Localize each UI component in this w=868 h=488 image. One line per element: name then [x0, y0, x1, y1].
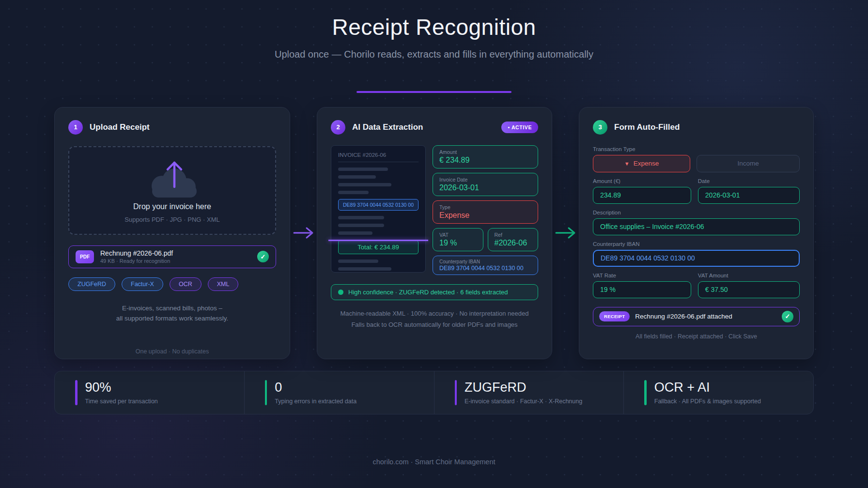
date-input[interactable]: 2026-03-01	[698, 187, 800, 204]
vat-amount-input[interactable]: € 37.50	[698, 281, 800, 298]
stat-caption: E-invoice standard · Factur-X · X-Rechnu…	[465, 398, 582, 405]
format-pill-zugferd: ZUGFeRD	[68, 277, 115, 291]
extracted-iban-value: DE89 3704 0044 0532 0130 00	[439, 265, 531, 272]
transaction-type-label: Transaction Type	[593, 146, 800, 152]
extracted-iban-field: Counterparty IBAN DE89 3704 0044 0532 01…	[433, 256, 538, 275]
transaction-type-toggle: ▼ Expense Income	[593, 155, 800, 172]
file-dropzone[interactable]: Drop your invoice here Supports PDF · JP…	[68, 146, 276, 235]
stat-value: ZUGFeRD	[465, 380, 582, 395]
receipt-attached-row[interactable]: RECEIPT Rechnung #2026-06.pdf attached ✓	[593, 307, 800, 326]
arrow-right-purple-icon	[293, 227, 315, 239]
format-pill-facturx: Factur-X	[122, 277, 163, 291]
extracted-amount-field: Amount € 234.89	[433, 145, 538, 168]
form-footnote: All fields filled · Receipt attached · C…	[593, 333, 800, 340]
stat-time-saved: 90% Time saved per transaction	[55, 371, 244, 414]
file-name: Rechnung #2026-06.pdf	[100, 249, 173, 257]
step-3-badge: 3	[593, 120, 607, 135]
extracted-date-value: 2026-03-01	[439, 183, 531, 192]
extracted-vat-ref-row: VAT 19 % Ref #2026-06	[433, 228, 538, 251]
step-2-badge: 2	[331, 120, 345, 135]
format-pills: ZUGFeRD Factur-X OCR XML	[68, 277, 276, 291]
extracted-ref-field: Ref #2026-06	[488, 228, 539, 251]
vat-rate-column: VAT Rate 19 %	[593, 267, 691, 298]
page-subtitle: Upload once — Chorilo reads, extracts an…	[54, 49, 814, 60]
skeleton-line	[338, 175, 376, 179]
iban-label: Counterparty IBAN	[593, 241, 800, 247]
dropzone-supported-formats: Supports PDF · JPG · PNG · XML	[124, 216, 220, 223]
expense-marker-icon: ▼	[624, 161, 630, 167]
invoice-preview-panel: INVOICE #2026-06 DE89 3704 0044 0532 013…	[331, 145, 426, 273]
invoice-preview-header: INVOICE #2026-06	[338, 152, 418, 162]
upload-card-title: Upload Receipt	[90, 122, 150, 132]
form-autofilled-card: 3 Form Auto-Filled Transaction Type ▼ Ex…	[579, 107, 814, 359]
income-button[interactable]: Income	[697, 155, 800, 172]
upload-note: E-invoices, scanned bills, photos – all …	[68, 304, 276, 324]
file-ready-check-icon: ✓	[257, 251, 269, 262]
detected-iban-highlight: DE89 3704 0044 0532 0130 00	[338, 199, 418, 211]
vat-rate-label: VAT Rate	[593, 273, 691, 278]
vat-amount-column: VAT Amount € 37.50	[698, 267, 800, 298]
page-title: Receipt Recognition	[54, 15, 814, 40]
amount-input[interactable]: 234.89	[593, 187, 691, 204]
page: Receipt Recognition Upload once — Choril…	[54, 0, 814, 466]
extracted-vat-field: VAT 19 %	[433, 228, 483, 251]
extraction-note-line1: Machine-readable XML · 100% accuracy · N…	[331, 308, 538, 320]
extracted-amount-value: € 234.89	[439, 156, 531, 165]
stat-value: OCR + AI	[654, 380, 761, 395]
upload-note-line2: all supported formats work seamlessly.	[68, 314, 276, 324]
dropzone-headline: Drop your invoice here	[133, 202, 211, 211]
extraction-note-line2: Falls back to OCR automatically for olde…	[331, 320, 538, 331]
file-meta: 49 KB · Ready for recognition	[100, 258, 173, 264]
stat-zugferd: ZUGFeRD E-invoice standard · Factur-X · …	[434, 371, 624, 414]
vat-row: VAT Rate 19 % VAT Amount € 37.50	[593, 267, 800, 298]
skeleton-line	[338, 216, 384, 219]
stats-bar: 90% Time saved per transaction 0 Typing …	[54, 371, 814, 414]
upload-note-line1: E-invoices, scanned bills, photos –	[68, 304, 276, 314]
stat-accent-bar	[75, 380, 78, 405]
extracted-type-label: Type	[439, 204, 531, 210]
stat-accent-bar	[265, 380, 267, 405]
receipt-badge: RECEIPT	[599, 311, 630, 321]
format-pill-ocr: OCR	[170, 277, 202, 291]
extracted-ref-value: #2026-06	[495, 239, 532, 247]
date-label: Date	[698, 178, 800, 184]
vat-rate-input[interactable]: 19 %	[593, 281, 691, 298]
stat-caption: Time saved per transaction	[85, 398, 158, 405]
page-footer: chorilo.com · Smart Choir Management	[54, 458, 814, 466]
pdf-file-type-badge: PDF	[76, 250, 94, 263]
vat-amount-label: VAT Amount	[698, 273, 800, 278]
detected-total-highlight: Total: € 234.89	[338, 240, 418, 254]
extracted-iban-label: Counterparty IBAN	[439, 259, 531, 264]
file-info: Rechnung #2026-06.pdf 49 KB · Ready for …	[100, 249, 173, 264]
receipt-check-icon: ✓	[782, 311, 793, 322]
description-input[interactable]: Office supplies – Invoice #2026-06	[593, 218, 800, 235]
ai-extraction-card: 2 AI Data Extraction • ACTIVE INVOICE #2…	[317, 107, 552, 359]
extracted-date-field: Invoice Date 2026-03-01	[433, 173, 538, 196]
workflow-cards-row: 1 Upload Receipt Drop your in	[54, 107, 814, 359]
stat-content: ZUGFeRD E-invoice standard · Factur-X · …	[465, 380, 582, 405]
stat-accent-bar	[644, 380, 647, 405]
extracted-vat-label: VAT	[439, 232, 477, 238]
skeleton-line	[338, 168, 388, 171]
receipt-attached-text: Rechnung #2026-06.pdf attached	[635, 313, 732, 320]
format-pill-xml: XML	[208, 277, 239, 291]
amount-column: Amount (€) 234.89	[593, 172, 691, 204]
stat-typing-errors: 0 Typing errors in extracted data	[244, 371, 434, 414]
upload-footnote: One upload · No duplicates	[68, 348, 276, 355]
upload-card-header: 1 Upload Receipt	[68, 120, 276, 135]
stat-ocr-ai: OCR + AI Fallback · All PDFs & images su…	[623, 371, 813, 414]
skeleton-line	[338, 191, 369, 194]
skeleton-line	[338, 183, 391, 186]
extracted-ref-label: Ref	[495, 232, 532, 238]
expense-button[interactable]: ▼ Expense	[593, 155, 690, 172]
stat-caption: Typing errors in extracted data	[275, 398, 356, 405]
skeleton-line	[338, 267, 391, 271]
ai-scanline	[328, 240, 428, 242]
extracted-amount-label: Amount	[439, 149, 531, 155]
iban-input[interactable]: DE89 3704 0044 0532 0130 00	[593, 250, 800, 267]
uploaded-file-row[interactable]: PDF Rechnung #2026-06.pdf 49 KB · Ready …	[68, 245, 276, 268]
stat-accent-bar	[455, 380, 457, 405]
extraction-note: Machine-readable XML · 100% accuracy · N…	[331, 308, 538, 331]
description-label: Description	[593, 210, 800, 215]
step-1-badge: 1	[68, 120, 83, 135]
